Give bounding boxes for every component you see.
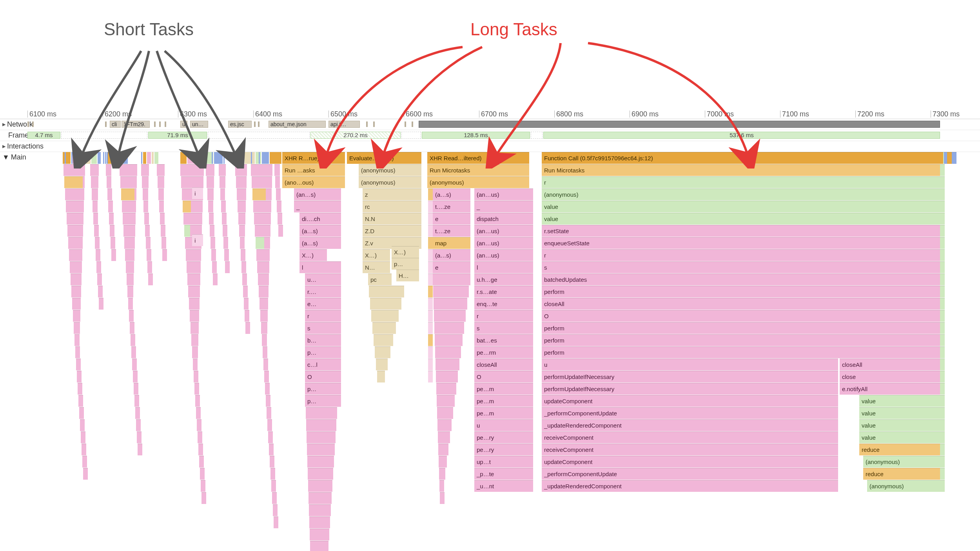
flame-frame[interactable]: (anonymous) bbox=[427, 176, 529, 188]
flame-frame[interactable]: e bbox=[433, 261, 470, 273]
flame-frame[interactable] bbox=[208, 201, 213, 212]
flame-frame[interactable] bbox=[210, 225, 214, 237]
flame-frame[interactable] bbox=[251, 164, 272, 176]
flame-frame[interactable] bbox=[265, 383, 270, 395]
flame-frame[interactable] bbox=[436, 383, 456, 395]
flame-frame[interactable]: z bbox=[363, 188, 421, 200]
network-request[interactable]: un… bbox=[190, 121, 208, 128]
flame-frame[interactable] bbox=[198, 431, 202, 443]
flame-frame[interactable]: p… bbox=[392, 258, 419, 270]
flame-frame[interactable] bbox=[245, 322, 250, 334]
flame-frame[interactable]: _ bbox=[474, 201, 533, 212]
flame-frame[interactable] bbox=[159, 201, 164, 212]
flame-frame[interactable] bbox=[428, 322, 433, 334]
flame-frame[interactable] bbox=[428, 359, 433, 370]
network-request[interactable] bbox=[405, 121, 406, 127]
flame-frame[interactable] bbox=[82, 456, 87, 468]
flame-frame[interactable] bbox=[439, 468, 445, 480]
flame-frame[interactable] bbox=[180, 164, 204, 176]
network-request[interactable] bbox=[154, 121, 156, 127]
flame-frame[interactable] bbox=[371, 310, 399, 322]
flame-frame[interactable] bbox=[307, 431, 336, 443]
flame-frame[interactable] bbox=[181, 176, 203, 188]
flame-frame[interactable] bbox=[940, 286, 945, 297]
flame-frame[interactable]: i bbox=[192, 187, 203, 199]
flame-frame[interactable] bbox=[106, 164, 111, 176]
flame-frame[interactable] bbox=[74, 334, 80, 346]
flame-frame[interactable] bbox=[271, 480, 276, 492]
flame-frame[interactable] bbox=[947, 152, 952, 164]
flame-frame[interactable] bbox=[127, 286, 133, 297]
flame-frame[interactable]: value bbox=[859, 419, 942, 431]
disclosure-triangle-icon[interactable]: ▶ bbox=[2, 122, 5, 127]
flame-frame[interactable] bbox=[254, 213, 271, 225]
flame-frame[interactable] bbox=[65, 188, 84, 200]
flame-frame[interactable]: r bbox=[542, 176, 942, 188]
flame-frame[interactable] bbox=[129, 310, 134, 322]
flame-frame[interactable] bbox=[78, 383, 82, 395]
flame-frame[interactable] bbox=[435, 334, 463, 346]
flame-frame[interactable]: p… bbox=[305, 346, 341, 358]
network-request[interactable] bbox=[165, 121, 166, 127]
flame-frame[interactable] bbox=[267, 419, 272, 431]
network-request[interactable]: cli bbox=[110, 121, 121, 128]
flame-frame[interactable] bbox=[266, 395, 270, 407]
flame-frame[interactable]: (a…s) bbox=[299, 237, 341, 249]
flame-frame[interactable] bbox=[201, 480, 205, 492]
flame-frame[interactable]: value bbox=[859, 407, 942, 419]
flame-frame[interactable]: X…) bbox=[299, 249, 327, 261]
network-request[interactable]: about_me.json bbox=[269, 121, 326, 128]
flame-frame[interactable] bbox=[258, 274, 269, 285]
flame-frame[interactable]: reduce bbox=[863, 468, 942, 480]
flame-frame[interactable]: Run Microtasks bbox=[542, 164, 942, 176]
flame-frame[interactable]: pe…m bbox=[474, 407, 533, 419]
flame-frame[interactable] bbox=[240, 237, 245, 249]
flame-frame[interactable] bbox=[213, 274, 218, 285]
flame-frame[interactable]: performUpdateIfNecessary bbox=[542, 371, 838, 382]
flame-frame[interactable] bbox=[193, 359, 198, 370]
flame-frame[interactable]: i bbox=[192, 234, 203, 246]
flame-frame[interactable] bbox=[940, 322, 945, 334]
flame-frame[interactable]: perform bbox=[542, 346, 942, 358]
flame-frame[interactable] bbox=[940, 237, 945, 249]
flame-frame[interactable] bbox=[195, 395, 200, 407]
flame-frame[interactable] bbox=[369, 286, 404, 297]
flame-frame[interactable]: b… bbox=[305, 334, 341, 346]
flame-frame[interactable]: _updateRenderedComponent bbox=[542, 419, 838, 431]
flame-frame[interactable] bbox=[68, 237, 83, 249]
flame-frame[interactable] bbox=[134, 383, 138, 395]
flame-frame[interactable] bbox=[260, 298, 268, 310]
flame-frame[interactable] bbox=[235, 164, 247, 176]
flame-frame[interactable] bbox=[187, 274, 200, 285]
flame-frame[interactable] bbox=[238, 201, 246, 212]
flame-frame[interactable]: performUpdateIfNecessary bbox=[542, 383, 838, 395]
disclosure-triangle-icon[interactable]: ▶ bbox=[2, 144, 5, 149]
flame-frame[interactable]: di….ch bbox=[299, 213, 341, 225]
flame-frame[interactable] bbox=[940, 176, 945, 188]
flame-frame[interactable]: p… bbox=[305, 383, 341, 395]
flame-frame[interactable] bbox=[135, 407, 140, 419]
flame-frame[interactable] bbox=[940, 346, 945, 358]
flame-frame[interactable] bbox=[252, 176, 272, 188]
flame-frame[interactable]: r.… bbox=[305, 286, 341, 297]
flame-frame[interactable] bbox=[138, 444, 142, 455]
flame-frame[interactable]: pe…ry bbox=[474, 444, 533, 455]
flame-frame[interactable] bbox=[940, 359, 945, 370]
flame-frame[interactable] bbox=[197, 419, 201, 431]
flame-frame[interactable]: _u…nt bbox=[474, 480, 533, 492]
flame-frame[interactable] bbox=[428, 237, 433, 249]
flame-frame[interactable] bbox=[222, 213, 227, 225]
flame-frame[interactable] bbox=[223, 225, 227, 237]
flame-frame[interactable] bbox=[183, 213, 202, 225]
flame-frame[interactable]: Z.D bbox=[363, 225, 421, 237]
flame-frame[interactable] bbox=[225, 261, 230, 273]
flame-frame[interactable] bbox=[309, 492, 332, 504]
frame-chip[interactable] bbox=[401, 132, 421, 139]
flame-frame[interactable] bbox=[434, 310, 466, 322]
flame-frame[interactable] bbox=[938, 152, 943, 164]
flame-frame[interactable] bbox=[123, 225, 135, 237]
flame-frame[interactable]: N.N bbox=[363, 213, 421, 225]
flame-frame[interactable]: c…l bbox=[305, 359, 341, 370]
flame-frame[interactable] bbox=[132, 359, 137, 370]
flame-frame[interactable] bbox=[126, 261, 134, 273]
